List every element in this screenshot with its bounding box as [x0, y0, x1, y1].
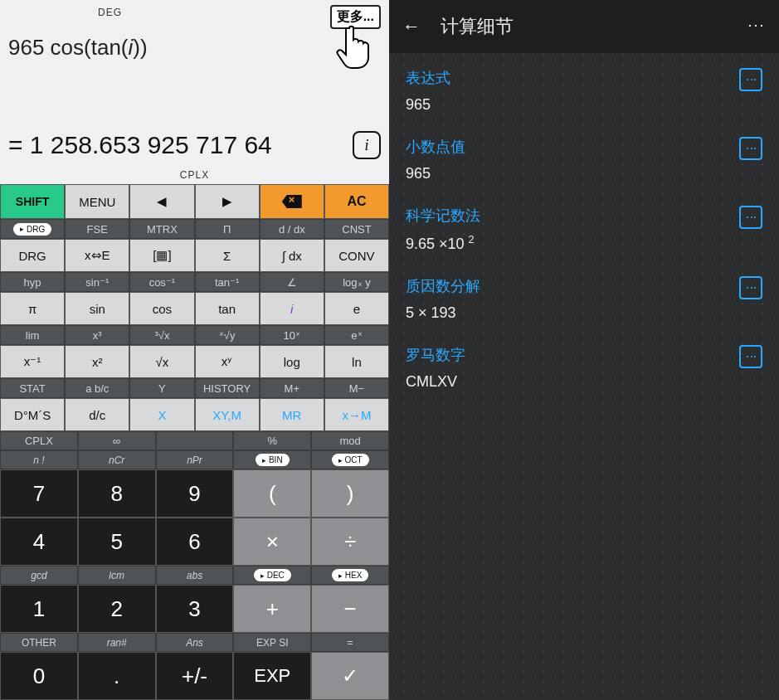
numkey-nr4-2[interactable]: +/- [156, 652, 234, 700]
detail-title: 计算细节 [441, 14, 728, 39]
numhint-nh1-4: OCT [311, 450, 389, 469]
display-area: DEG 更多... 965 cos(tan(i)) = 1 258.653 92… [0, 0, 389, 184]
section-header: 质因数分解 [406, 276, 762, 296]
key-row4-1[interactable]: x² [65, 345, 129, 378]
shift-button[interactable]: SHIFT [0, 184, 65, 219]
number-mode-label: CPLX [0, 169, 389, 181]
numhint-nh1-3: BIN [233, 450, 311, 469]
numhint-hints5-2 [156, 431, 234, 450]
key-row3-3[interactable]: tan [195, 292, 260, 325]
numkey-nr4-3[interactable]: EXP [233, 652, 311, 700]
hint-hints1-5: CNST [324, 219, 389, 239]
key-row3-2[interactable]: cos [129, 292, 194, 325]
hint-hints3-2: ³√x [129, 325, 194, 345]
detail-section-0: 表达式965⋮ [406, 68, 762, 114]
key-row5-2[interactable]: X [129, 398, 194, 431]
numkey-nr2-2[interactable]: 6 [156, 518, 234, 566]
calculator-panel: DEG 更多... 965 cos(tan(i)) = 1 258.653 92… [0, 0, 389, 700]
key-row2-0[interactable]: DRG [0, 239, 65, 272]
numhint-nh1-0: n ! [0, 450, 78, 469]
hint-hints3-4: 10ˣ [260, 325, 324, 345]
chip-label: BIN [256, 454, 290, 466]
hint-hints1-3: Π [195, 219, 260, 239]
backspace-button[interactable] [260, 184, 324, 219]
numkey-nr4-0[interactable]: 0 [0, 652, 78, 700]
menu-button[interactable]: MENU [65, 184, 129, 219]
section-header: 罗马数字 [406, 345, 762, 365]
hint-hints2-3: tan⁻¹ [195, 272, 260, 292]
key-row5-1[interactable]: d/c [65, 398, 129, 431]
numkey-nr4-4[interactable]: ✓ [311, 652, 389, 700]
numkey-nr2-0[interactable]: 4 [0, 518, 78, 566]
key-row3-1[interactable]: sin [65, 292, 129, 325]
hint-hints2-2: cos⁻¹ [129, 272, 194, 292]
hint-hints4-5: M− [324, 378, 389, 398]
section-value: CMLXV [406, 373, 762, 391]
numkey-nr2-1[interactable]: 5 [78, 518, 156, 566]
numhint-nh1-2: nPr [156, 450, 234, 469]
numhint-nh3-2: abs [156, 566, 234, 585]
cursor-right-button[interactable]: ▶ [195, 184, 260, 219]
numhint-hints5-4: mod [311, 431, 389, 450]
key-row3-4[interactable]: i [260, 292, 324, 325]
key-row2-5[interactable]: CONV [324, 239, 389, 272]
hint-hints4-4: M+ [260, 378, 324, 398]
numkey-nr1-3[interactable]: ( [233, 469, 311, 518]
numhint-nh4-2: Ans [156, 633, 234, 652]
numkey-nr3-0[interactable]: 1 [0, 585, 78, 633]
key-row4-5[interactable]: ln [324, 345, 389, 378]
section-value: 5 × 193 [406, 304, 762, 322]
overflow-menu-button[interactable]: ⋮ [747, 17, 767, 36]
numhint-nh3-4: HEX [311, 566, 389, 585]
numkey-nr1-0[interactable]: 7 [0, 469, 78, 518]
key-row4-3[interactable]: xʸ [195, 345, 260, 378]
hint-hints1-0: DRG [0, 219, 65, 239]
key-row5-3[interactable]: XY,M [195, 398, 260, 431]
key-row3-0[interactable]: π [0, 292, 65, 325]
numkey-nr4-1[interactable]: . [78, 652, 156, 700]
ac-button[interactable]: AC [324, 184, 389, 219]
section-menu-button[interactable]: ⋮ [739, 276, 762, 299]
key-row5-5[interactable]: x→M [324, 398, 389, 431]
hint-hints1-4: d / dx [260, 219, 324, 239]
section-menu-button[interactable]: ⋮ [739, 206, 762, 229]
numkey-nr2-3[interactable]: × [233, 518, 311, 566]
key-row2-1[interactable]: x⇔E [65, 239, 129, 272]
cursor-left-button[interactable]: ◀ [129, 184, 194, 219]
detail-header: ← 计算细节 ⋮ [389, 0, 779, 53]
numkey-nr1-1[interactable]: 8 [78, 469, 156, 518]
hint-hints2-1: sin⁻¹ [65, 272, 129, 292]
numkey-nr1-4[interactable]: ) [311, 469, 389, 518]
section-menu-button[interactable]: ⋮ [739, 137, 762, 160]
key-row5-4[interactable]: MR [260, 398, 324, 431]
detail-section-3: 质因数分解5 × 193⋮ [406, 276, 762, 322]
info-icon[interactable]: i [353, 131, 381, 159]
numhint-nh1-1: nCr [78, 450, 156, 469]
numkey-nr3-3[interactable]: + [233, 585, 311, 633]
numhint-nh3-1: lcm [78, 566, 156, 585]
hint-hints3-0: lim [0, 325, 65, 345]
back-button[interactable]: ← [402, 16, 421, 37]
section-menu-button[interactable]: ⋮ [739, 345, 762, 368]
numkey-nr1-2[interactable]: 9 [156, 469, 234, 518]
key-row5-0[interactable]: D°M´S [0, 398, 65, 431]
numhint-hints5-3: % [233, 431, 311, 450]
pointer-hand-icon [333, 23, 372, 70]
chip-label: DRG [13, 223, 51, 236]
numhint-nh4-4: = [311, 633, 389, 652]
key-row4-0[interactable]: x⁻¹ [0, 345, 65, 378]
section-menu-button[interactable]: ⋮ [739, 68, 762, 91]
numkey-nr3-2[interactable]: 3 [156, 585, 234, 633]
section-value: 965 [406, 165, 762, 182]
numkey-nr3-1[interactable]: 2 [78, 585, 156, 633]
numkey-nr2-4[interactable]: ÷ [311, 518, 389, 566]
key-row2-3[interactable]: Σ [195, 239, 260, 272]
key-row2-2[interactable]: [▦] [129, 239, 194, 272]
key-row4-2[interactable]: √x [129, 345, 194, 378]
key-row2-4[interactable]: ∫ dx [260, 239, 324, 272]
key-row4-4[interactable]: log [260, 345, 324, 378]
key-row3-5[interactable]: e [324, 292, 389, 325]
backspace-icon [282, 195, 302, 208]
hint-hints4-3: HISTORY [195, 378, 260, 398]
numkey-nr3-4[interactable]: − [311, 585, 389, 633]
